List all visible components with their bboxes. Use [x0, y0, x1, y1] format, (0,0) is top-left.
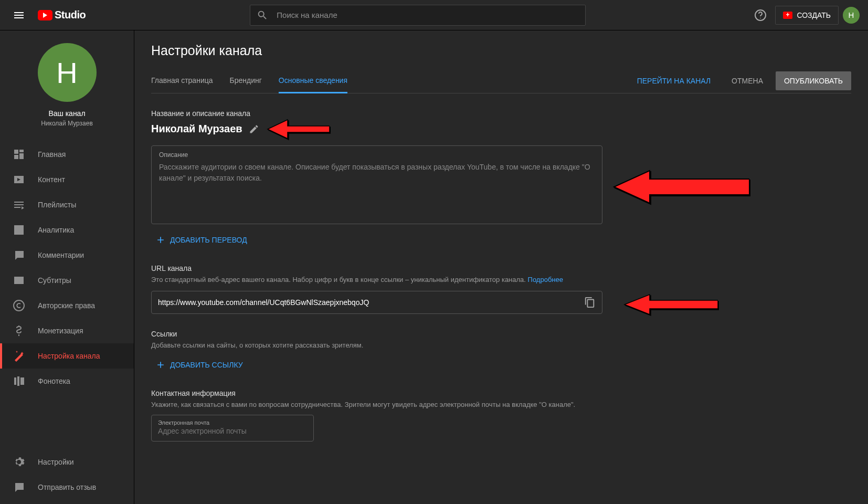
logo-text: Studio — [55, 9, 86, 21]
search-icon — [257, 9, 268, 21]
name-section-label: Название и описание канала — [151, 109, 602, 118]
gear-icon — [13, 456, 25, 468]
hamburger-menu[interactable] — [8, 5, 29, 26]
channel-card[interactable]: Н Ваш канал Николай Мурзаев — [0, 30, 134, 135]
plus-icon — [155, 235, 166, 245]
channel-name-display: Николай Мурзаев — [151, 123, 242, 135]
page-title: Настройки канала — [151, 43, 851, 58]
channel-owner-name: Николай Мурзаев — [41, 120, 93, 127]
nav-analytics[interactable]: Аналитика — [0, 217, 134, 243]
cancel-button[interactable]: ОТМЕНА — [723, 72, 771, 89]
links-section-label: Ссылки — [151, 330, 602, 338]
description-textarea[interactable]: Описание Расскажите аудитории о своем ка… — [151, 145, 602, 224]
help-button[interactable] — [750, 5, 771, 26]
nav-feedback[interactable]: Отправить отзыв — [0, 475, 134, 500]
menu-icon — [13, 9, 25, 22]
nav-customization[interactable]: Настройка канала — [0, 343, 134, 369]
annotation-arrow — [623, 293, 718, 318]
tab-basic-info[interactable]: Основные сведения — [279, 69, 347, 93]
annotation-arrow — [267, 119, 330, 142]
nav-subtitles[interactable]: Субтитры — [0, 268, 134, 293]
svg-point-2 — [14, 300, 24, 311]
create-button[interactable]: СОЗДАТЬ — [775, 6, 839, 25]
url-section-label: URL канала — [151, 264, 602, 272]
nav-label: Отправить отзыв — [38, 483, 96, 491]
nav-label: Главная — [38, 150, 66, 159]
dollar-icon — [13, 324, 25, 337]
svg-point-1 — [760, 17, 761, 18]
studio-logo[interactable]: Studio — [38, 9, 86, 21]
comments-icon — [13, 249, 25, 261]
nav-label: Настройка канала — [38, 352, 100, 360]
channel-avatar: Н — [38, 43, 97, 102]
add-link-button[interactable]: ДОБАВИТЬ ССЫЛКУ — [151, 356, 247, 373]
nav-comments[interactable]: Комментарии — [0, 243, 134, 268]
search-input[interactable] — [277, 10, 579, 19]
analytics-icon — [13, 224, 25, 236]
nav-label: Плейлисты — [38, 201, 76, 209]
nav-content[interactable]: Контент — [0, 167, 134, 192]
email-label: Электронная почта — [158, 419, 307, 426]
tab-homepage[interactable]: Главная страница — [151, 69, 213, 93]
youtube-play-icon — [38, 10, 52, 20]
header: Studio СОЗДАТЬ Н — [0, 0, 868, 30]
channel-url-input[interactable] — [158, 298, 578, 307]
description-placeholder: Расскажите аудитории о своем канале. Опи… — [159, 162, 595, 184]
add-translation-label: ДОБАВИТЬ ПЕРЕВОД — [170, 236, 247, 244]
contact-section-label: Контактная информация — [151, 389, 602, 397]
subtitles-icon — [13, 274, 25, 287]
help-icon — [754, 9, 767, 22]
nav-monetization[interactable]: Монетизация — [0, 318, 134, 343]
create-label: СОЗДАТЬ — [797, 11, 831, 19]
content-icon — [13, 173, 25, 186]
nav-label: Фонотека — [38, 377, 70, 385]
publish-button[interactable]: ОПУБЛИКОВАТЬ — [776, 71, 851, 90]
add-link-label: ДОБАВИТЬ ССЫЛКУ — [170, 361, 243, 369]
nav-copyright[interactable]: Авторские права — [0, 293, 134, 318]
goto-channel-button[interactable]: ПЕРЕЙТИ НА КАНАЛ — [629, 72, 719, 89]
search-box[interactable] — [250, 5, 586, 26]
account-avatar[interactable]: Н — [843, 7, 860, 24]
sidebar: Н Ваш канал Николай Мурзаев Главная Конт… — [0, 30, 134, 504]
copyright-icon — [13, 299, 25, 312]
nav-dashboard[interactable]: Главная — [0, 142, 134, 167]
nav-audio-library[interactable]: Фонотека — [0, 369, 134, 394]
tab-branding[interactable]: Брендинг — [230, 69, 262, 93]
description-label: Описание — [159, 151, 595, 159]
your-channel-label: Ваш канал — [48, 109, 85, 118]
playlist-icon — [13, 198, 25, 211]
nav-playlists[interactable]: Плейлисты — [0, 192, 134, 217]
url-hint: Это стандартный веб-адрес вашего канала.… — [151, 276, 602, 284]
edit-pencil-icon[interactable] — [249, 124, 259, 134]
tabs-row: Главная страница Брендинг Основные сведе… — [151, 69, 851, 93]
annotation-arrow — [613, 170, 749, 206]
email-input[interactable] — [158, 427, 307, 435]
nav-settings[interactable]: Настройки — [0, 449, 134, 475]
nav-label: Авторские права — [38, 301, 95, 310]
magic-wand-icon — [13, 350, 25, 362]
feedback-icon — [13, 481, 25, 494]
nav-label: Субтитры — [38, 276, 71, 285]
nav-label: Контент — [38, 175, 65, 184]
learn-more-link[interactable]: Подробнее — [528, 276, 563, 284]
add-translation-button[interactable]: ДОБАВИТЬ ПЕРЕВОД — [151, 232, 251, 248]
nav-label: Аналитика — [38, 226, 74, 234]
nav-label: Настройки — [38, 458, 74, 466]
links-hint: Добавьте ссылки на сайты, о которых хоти… — [151, 341, 602, 349]
copy-icon[interactable] — [584, 297, 596, 308]
audio-library-icon — [13, 375, 25, 387]
dashboard-icon — [13, 148, 25, 161]
channel-url-field — [151, 291, 602, 314]
main-content: Настройки канала Главная страница Бренди… — [134, 30, 868, 504]
nav-label: Монетизация — [38, 327, 83, 335]
create-video-icon — [783, 12, 792, 19]
contact-hint: Укажите, как связаться с вами по вопроса… — [151, 401, 602, 408]
nav-label: Комментарии — [38, 251, 84, 259]
plus-icon — [155, 360, 166, 370]
email-field-wrapper[interactable]: Электронная почта — [151, 415, 314, 442]
